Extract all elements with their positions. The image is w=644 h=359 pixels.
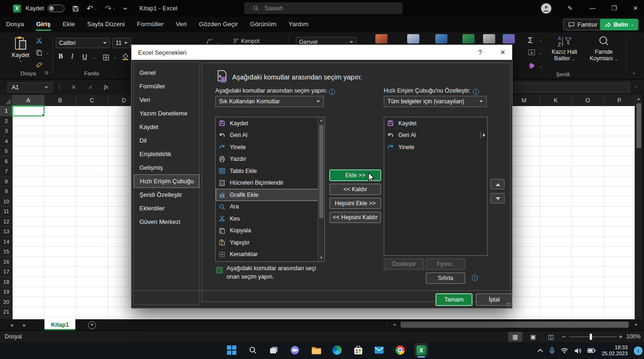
column-header-m-right[interactable]: M bbox=[508, 95, 540, 106]
ribbon-collapse-chevron-icon[interactable]: ⌄ bbox=[632, 70, 636, 75]
cut-icon[interactable] bbox=[36, 37, 43, 44]
redo-chevron-icon[interactable]: ⌄ bbox=[112, 7, 116, 11]
tab-form-ller[interactable]: Formüller bbox=[131, 17, 170, 32]
search-taskbar-icon[interactable] bbox=[246, 343, 260, 357]
row-header-8[interactable]: 8 bbox=[0, 177, 13, 187]
ok-button[interactable]: Tamam bbox=[436, 294, 472, 306]
close-button[interactable]: ✕ bbox=[625, 0, 644, 17]
file-explorer-taskbar-icon[interactable] bbox=[309, 343, 323, 357]
show-qat-checkbox[interactable]: ✓ bbox=[216, 267, 223, 273]
copy-chevron-icon[interactable]: ⌄ bbox=[46, 51, 49, 55]
move-up-button[interactable] bbox=[490, 179, 505, 189]
column-header-a[interactable]: A bbox=[13, 95, 44, 106]
info-icon[interactable]: i bbox=[473, 89, 479, 95]
italic-button[interactable]: I bbox=[71, 53, 73, 60]
reset-info-icon[interactable]: i bbox=[472, 275, 478, 281]
minimize-button[interactable]: — bbox=[582, 0, 603, 17]
taskbar-clock[interactable]: 18:33 25.02.2023 bbox=[602, 345, 628, 357]
row-header-4[interactable]: 4 bbox=[0, 136, 13, 147]
font-name-combo[interactable]: Calibri bbox=[56, 38, 110, 48]
row-header-5[interactable]: 5 bbox=[0, 146, 13, 157]
vertical-scrollbar[interactable]: ▲ bbox=[635, 95, 642, 319]
horizontal-scrollbar[interactable]: ⋮ ◂ ▸ bbox=[391, 321, 639, 329]
bold-button[interactable]: B bbox=[59, 53, 63, 60]
row-header-9[interactable]: 9 bbox=[0, 187, 13, 197]
scroll-right-icon[interactable]: ▸ bbox=[635, 322, 637, 327]
dialog-resize-grip[interactable] bbox=[506, 302, 511, 307]
start-taskbar-icon[interactable] bbox=[225, 343, 239, 357]
tray-chevron-up-icon[interactable] bbox=[537, 349, 543, 352]
command-tablo-ekle[interactable]: Tablo Ekle bbox=[216, 165, 324, 177]
dialog-nav-h-zl-eri-im-ubu-u[interactable]: Hızlı Erişim Çubuğu bbox=[134, 174, 199, 188]
fill-icon[interactable] bbox=[528, 49, 535, 56]
row-header-7[interactable]: 7 bbox=[0, 166, 13, 177]
clipboard-dialog-launcher-icon[interactable]: ⧉ bbox=[45, 70, 48, 76]
undo-chevron-icon[interactable]: ⌄ bbox=[94, 7, 97, 11]
tab-veri[interactable]: Veri bbox=[170, 17, 193, 32]
dialog-nav-yaz-m-denetleme[interactable]: Yazım Denetleme bbox=[134, 107, 199, 120]
command-kopyala[interactable]: Kopyala bbox=[216, 225, 324, 237]
autosave-toggle[interactable] bbox=[48, 5, 65, 12]
dialog-nav-veri[interactable]: Veri bbox=[134, 93, 199, 107]
next-sheet-icon[interactable]: ▸ bbox=[23, 322, 26, 328]
sheet-tab[interactable]: Kitap1 bbox=[44, 319, 75, 330]
wifi-icon[interactable] bbox=[561, 348, 568, 353]
borders-button-icon[interactable] bbox=[102, 54, 110, 61]
row-header-3[interactable]: 3 bbox=[0, 126, 13, 136]
dialog-nav-genel[interactable]: Genel bbox=[134, 66, 199, 79]
account-avatar[interactable] bbox=[541, 3, 551, 14]
autosum-chevron-icon[interactable]: ⌄ bbox=[539, 38, 542, 43]
excel-app-icon[interactable] bbox=[13, 5, 21, 13]
commands-category-dropdown[interactable]: Sık Kullanılan Komutlar bbox=[215, 96, 324, 107]
column-header-b[interactable]: B bbox=[44, 95, 76, 106]
battery-icon[interactable] bbox=[587, 348, 596, 353]
customize-button[interactable]: Özelleştir bbox=[384, 258, 424, 270]
command-grafik-ekle[interactable]: Grafik Ekle bbox=[216, 189, 324, 201]
column-header-c[interactable]: C bbox=[76, 95, 108, 106]
font-size-combo[interactable]: 11 bbox=[112, 38, 131, 48]
column-header-p-right[interactable]: P bbox=[604, 95, 635, 106]
column-header-o-right[interactable]: O bbox=[572, 95, 604, 106]
remove-all-commands-button[interactable]: << Hepsini Kaldır bbox=[329, 212, 381, 223]
zoom-slider-track[interactable] bbox=[569, 337, 617, 337]
tab-g-zden-ge-ir[interactable]: Gözden Geçir bbox=[193, 17, 244, 32]
zoom-in-button[interactable]: + bbox=[619, 333, 622, 340]
fill-color-icon[interactable] bbox=[122, 53, 129, 60]
clear-chevron-icon[interactable]: ⌄ bbox=[539, 64, 542, 68]
select-all-corner[interactable] bbox=[0, 95, 13, 106]
find-select-button[interactable]: FarndeKoymianı ⌄ bbox=[586, 35, 622, 63]
dialog-nav-eri-ilebilirlik[interactable]: Erişilebilirlik bbox=[134, 147, 199, 161]
notification-icon[interactable]: i bbox=[634, 346, 643, 355]
dialog-close-button[interactable]: ✕ bbox=[493, 45, 512, 60]
commands-listbox[interactable]: KaydetGeri AlYineleYazdırTablo EkleHücre… bbox=[215, 117, 325, 262]
reset-button[interactable]: Sıfırla bbox=[426, 273, 465, 284]
row-header-11[interactable]: 11 bbox=[0, 207, 13, 217]
autosum-icon[interactable]: Σ bbox=[528, 36, 533, 45]
row-header-17[interactable]: 17 bbox=[0, 267, 13, 277]
row-header-6[interactable]: 6 bbox=[0, 157, 13, 167]
flyout-arrow-icon[interactable] bbox=[481, 131, 485, 140]
scroll-thumb[interactable] bbox=[319, 125, 323, 218]
insert-function-icon[interactable]: fx bbox=[104, 83, 108, 91]
row-header-1[interactable]: 1 bbox=[0, 106, 13, 116]
copy-icon[interactable] bbox=[36, 49, 43, 56]
excel-taskbar-icon[interactable]: X bbox=[414, 343, 428, 357]
qat-listbox[interactable]: KaydetGeri AlYinele bbox=[384, 117, 488, 256]
paste-chevron-icon[interactable]: ⌄ bbox=[10, 58, 31, 63]
qat-customize-icon[interactable]: ≂ bbox=[123, 6, 127, 12]
tab-ekle[interactable]: Ekle bbox=[57, 17, 81, 32]
tab-g-r-n-m[interactable]: Görünüm bbox=[244, 17, 282, 32]
format-icon[interactable] bbox=[503, 34, 515, 43]
normal-view-button[interactable]: ▦ bbox=[508, 332, 522, 342]
scroll-up-icon[interactable]: ▲ bbox=[318, 117, 324, 124]
name-box[interactable]: A1 bbox=[7, 82, 52, 93]
share-button[interactable]: Belin ⌄ bbox=[600, 19, 638, 30]
dialog-nav-kaydet[interactable]: Kaydet bbox=[134, 120, 199, 134]
underline-button[interactable]: U bbox=[82, 53, 87, 60]
row-header-15[interactable]: 15 bbox=[0, 247, 13, 257]
command-yinele[interactable]: Yinele bbox=[216, 141, 324, 153]
format-as-table-icon[interactable] bbox=[407, 34, 419, 43]
commands-list-scrollbar[interactable]: ▲ ▼ bbox=[318, 117, 324, 261]
row-header-12[interactable]: 12 bbox=[0, 217, 13, 227]
zoom-level[interactable]: 100% bbox=[626, 333, 641, 340]
